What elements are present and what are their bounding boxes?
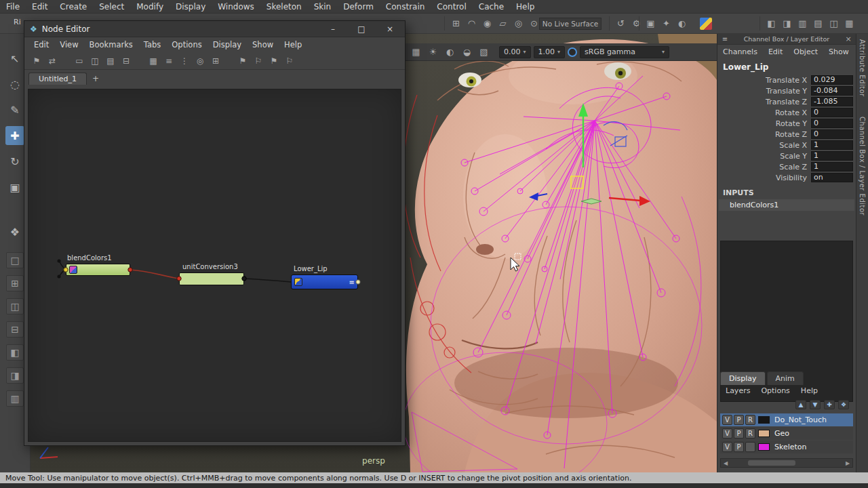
shadows-toggle-icon[interactable]: ◐ bbox=[443, 45, 457, 59]
move-layer-down-button[interactable]: ▼ bbox=[810, 400, 821, 409]
make-live-icon[interactable]: ◎ bbox=[511, 16, 526, 30]
menu-skin[interactable]: Skin bbox=[308, 0, 338, 14]
menu-cache[interactable]: Cache bbox=[473, 0, 510, 14]
channel-value-field[interactable]: 0.029 bbox=[811, 75, 853, 85]
manipulator-center-handle[interactable] bbox=[571, 176, 583, 188]
create-layer-from-selected-button[interactable]: ❖ bbox=[838, 400, 849, 409]
tab-channel-box-layer-editor[interactable]: Channel Box / Layer Editor bbox=[859, 117, 866, 216]
minimize-button[interactable]: – bbox=[323, 23, 342, 35]
construction-history-icon[interactable]: ↺ bbox=[614, 16, 628, 30]
show-custom-attributes-icon[interactable]: ⊟ bbox=[119, 54, 133, 68]
add-nodes-to-graph-icon[interactable]: ⚑ bbox=[236, 54, 250, 68]
node-editor-window[interactable]: ❖ Node Editor – □ × Edit View Bookmarks … bbox=[24, 20, 406, 446]
layer-visibility-toggle[interactable]: V bbox=[722, 415, 732, 425]
menu-skeleton[interactable]: Skeleton bbox=[260, 0, 308, 14]
add-tab-button[interactable]: + bbox=[87, 73, 104, 85]
layer-display-type-toggle[interactable]: R bbox=[745, 415, 755, 425]
layout-graph-icon[interactable]: ▦ bbox=[146, 54, 160, 68]
ne-menu-tabs[interactable]: Tabs bbox=[138, 40, 166, 49]
snap-to-grid-icon[interactable]: ⊞ bbox=[449, 16, 463, 30]
node-unitconversion3[interactable] bbox=[179, 272, 244, 285]
show-menu[interactable]: Show bbox=[823, 47, 854, 56]
ne-menu-bookmarks[interactable]: Bookmarks bbox=[84, 40, 138, 49]
layer-visibility-toggle[interactable]: V bbox=[722, 428, 732, 439]
paint-select-tool-icon[interactable]: ✎ bbox=[5, 100, 24, 119]
single-pane-layout-button[interactable]: □ bbox=[6, 252, 24, 268]
layer-playback-toggle[interactable]: P bbox=[734, 442, 744, 452]
node-lower-lip[interactable]: ≡ bbox=[291, 274, 358, 289]
snap-to-view-plane-icon[interactable]: ▱ bbox=[496, 16, 510, 30]
snap-to-curve-icon[interactable]: ◠ bbox=[465, 16, 479, 30]
channel-value-field[interactable]: -1.085 bbox=[811, 97, 853, 106]
hypershade-icon[interactable] bbox=[700, 18, 712, 30]
channel-label[interactable]: Scale X bbox=[717, 141, 811, 150]
menu-control[interactable]: Control bbox=[431, 0, 472, 14]
ne-menu-edit[interactable]: Edit bbox=[28, 40, 54, 49]
scroll-left-icon[interactable]: ◀ bbox=[721, 460, 730, 466]
channel-box-toggle-icon[interactable]: ▥ bbox=[795, 16, 810, 30]
three-pane-layout-button[interactable]: ◧ bbox=[6, 344, 24, 361]
ambient-occlusion-toggle-icon[interactable]: ◒ bbox=[460, 45, 474, 59]
move-tool-icon[interactable]: ✚ bbox=[5, 126, 24, 145]
menu-display[interactable]: Display bbox=[170, 0, 212, 14]
menu-deform[interactable]: Deform bbox=[337, 0, 380, 14]
tool-settings-toggle-icon[interactable]: ◨ bbox=[780, 16, 794, 30]
character-controls-toggle-icon[interactable]: ◫ bbox=[827, 16, 841, 30]
menu-edit[interactable]: Edit bbox=[26, 0, 54, 14]
outliner-persp-layout-button[interactable]: ◨ bbox=[6, 367, 24, 384]
menu-create[interactable]: Create bbox=[54, 0, 93, 14]
menu-help[interactable]: Help bbox=[510, 0, 540, 14]
node-blendcolors1[interactable] bbox=[66, 264, 130, 276]
anti-aliasing-toggle-icon[interactable]: ▧ bbox=[477, 45, 491, 59]
ipr-render-icon[interactable]: ◐ bbox=[675, 16, 689, 30]
channel-label[interactable]: Rotate Z bbox=[717, 130, 811, 139]
channel-value-field[interactable]: 1 bbox=[811, 162, 853, 171]
attribute-editor-toggle-icon[interactable]: ◧ bbox=[764, 16, 778, 30]
channel-value-field[interactable]: 0 bbox=[811, 129, 853, 139]
textured-display-icon[interactable]: ▦ bbox=[409, 45, 423, 59]
close-button[interactable]: × bbox=[380, 23, 399, 35]
two-pane-stacked-layout-button[interactable]: ⊟ bbox=[6, 321, 24, 338]
layer-row-skeleton[interactable]: V P Skeleton bbox=[720, 441, 853, 453]
layer-row-geo[interactable]: V P R Geo bbox=[720, 427, 853, 440]
channel-label[interactable]: Rotate X bbox=[717, 108, 811, 117]
lasso-tool-icon[interactable]: ◌ bbox=[5, 75, 24, 94]
ne-menu-options[interactable]: Options bbox=[166, 40, 207, 49]
layer-display-type-toggle[interactable]: R bbox=[745, 428, 755, 439]
channel-label[interactable]: Rotate Y bbox=[717, 119, 811, 128]
scale-tool-icon[interactable]: ▣ bbox=[5, 178, 24, 197]
color-management-icon[interactable] bbox=[568, 47, 577, 57]
layer-visibility-toggle[interactable]: V bbox=[722, 442, 732, 452]
tab-anim[interactable]: Anim bbox=[767, 371, 804, 385]
toggle-grid-icon[interactable]: ⊞ bbox=[209, 54, 222, 68]
node-graph-area[interactable]: blendColors1 unitConversion3 Lower_Lip ≡ bbox=[28, 89, 401, 442]
menu-modify[interactable]: Modify bbox=[130, 0, 170, 14]
search-icon[interactable]: ◎ bbox=[193, 54, 207, 68]
maximize-button[interactable]: □ bbox=[352, 23, 371, 35]
input-node-item[interactable]: blendColors1 bbox=[719, 199, 854, 211]
graph-downstream-icon[interactable]: ⚐ bbox=[283, 54, 296, 68]
live-surface-indicator[interactable]: No Live Surface bbox=[539, 18, 601, 30]
panel-close-icon[interactable]: × bbox=[844, 35, 853, 44]
hypershade-persp-layout-button[interactable]: ▥ bbox=[6, 390, 24, 407]
lighting-toggle-icon[interactable]: ☀ bbox=[426, 45, 440, 59]
layer-color-swatch[interactable] bbox=[758, 416, 770, 424]
help-menu[interactable]: Help bbox=[795, 386, 823, 395]
show-no-attributes-icon[interactable]: ▭ bbox=[73, 54, 86, 68]
view-transform-select[interactable]: sRGB gamma ▾ bbox=[580, 46, 669, 58]
align-horizontal-icon[interactable]: ≡ bbox=[162, 54, 176, 68]
channel-value-field[interactable]: 1 bbox=[811, 140, 853, 150]
rotate-tool-icon[interactable]: ↻ bbox=[5, 152, 24, 171]
channel-label[interactable]: Translate X bbox=[717, 76, 811, 85]
layer-list-scrollbar[interactable]: ◀ ▶ bbox=[720, 458, 853, 468]
menu-constrain[interactable]: Constrain bbox=[380, 0, 431, 14]
channel-label[interactable]: Translate Y bbox=[717, 87, 811, 96]
channel-label[interactable]: Visibility bbox=[717, 174, 811, 182]
create-empty-layer-button[interactable]: ✚ bbox=[824, 400, 835, 409]
ne-menu-display[interactable]: Display bbox=[208, 40, 247, 49]
show-connected-attributes-icon[interactable]: ◫ bbox=[88, 54, 102, 68]
sync-selection-icon[interactable]: ⇄ bbox=[45, 54, 59, 68]
panel-menu-icon[interactable]: ≡ bbox=[720, 35, 730, 44]
four-pane-layout-button[interactable]: ⊞ bbox=[6, 275, 24, 291]
two-pane-side-layout-button[interactable]: ◫ bbox=[6, 298, 24, 314]
